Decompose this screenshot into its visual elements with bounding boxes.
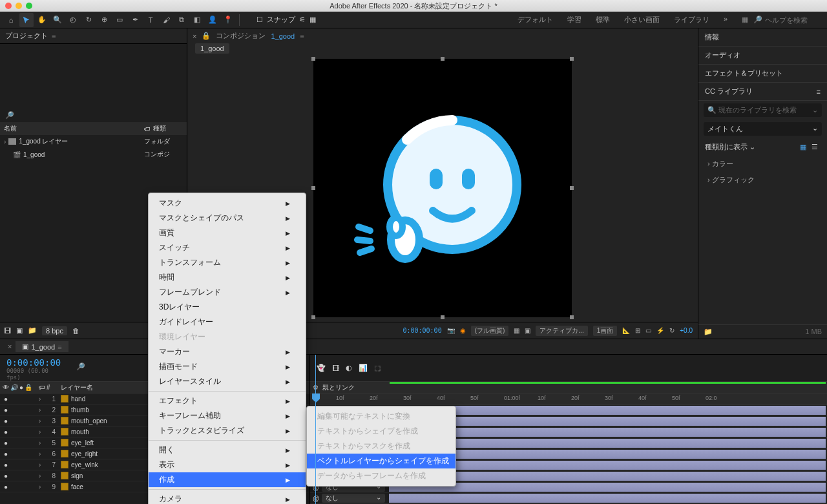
timeline-tab[interactable]: ▣ 1_good ≡: [16, 341, 68, 352]
layer-color-swatch[interactable]: [61, 472, 68, 479]
list-view-icon[interactable]: ☰: [811, 143, 821, 152]
visibility-toggle[interactable]: ●: [0, 472, 12, 479]
layer-color-swatch[interactable]: [61, 483, 68, 490]
close-timeline-icon[interactable]: ×: [4, 341, 16, 352]
help-search-input[interactable]: [765, 16, 823, 24]
expand-icon[interactable]: ›: [39, 439, 47, 446]
library-item-graphic[interactable]: › グラフィック: [698, 172, 827, 188]
views-dropdown[interactable]: 1画面: [593, 326, 618, 336]
transparency-icon[interactable]: ▦: [514, 327, 519, 334]
layer-color-swatch[interactable]: [61, 406, 68, 414]
menu-item[interactable]: 時間▶: [149, 270, 306, 285]
lock-col-icon[interactable]: 🔒: [25, 384, 32, 391]
layer-color-swatch[interactable]: [61, 417, 68, 425]
workspace-more-icon[interactable]: »: [724, 15, 728, 25]
viewer-time[interactable]: 0:00:00:00: [403, 327, 441, 334]
library-item-color[interactable]: › カラー: [698, 156, 827, 172]
comp-name-link[interactable]: 1_good: [271, 32, 295, 40]
grid-view-icon[interactable]: ▦: [800, 143, 809, 152]
refresh-icon[interactable]: ↻: [669, 327, 675, 334]
exposure-value[interactable]: +0.0: [680, 327, 693, 334]
quality-dropdown[interactable]: (フル画質): [471, 326, 509, 336]
menu-item[interactable]: 作成▶: [149, 472, 306, 487]
visibility-toggle[interactable]: ●: [0, 406, 12, 414]
cc-libraries-tab[interactable]: CC ライブラリ: [705, 87, 753, 96]
draft-3d-icon[interactable]: ⬚: [374, 364, 381, 372]
channels-icon[interactable]: ◉: [460, 327, 466, 334]
layer-color-swatch[interactable]: [61, 395, 68, 403]
menu-item[interactable]: マスクとシェイプのパス▶: [149, 211, 306, 226]
project-tab[interactable]: プロジェクト: [5, 31, 48, 41]
close-window-icon[interactable]: [5, 3, 12, 9]
brush-tool-icon[interactable]: 🖌: [159, 13, 173, 27]
menu-item[interactable]: キーフレーム補助▶: [149, 408, 306, 423]
layer-color-swatch[interactable]: [61, 428, 68, 436]
col-type[interactable]: 種類: [153, 124, 166, 133]
menu-item[interactable]: 表示▶: [149, 457, 306, 472]
workspace-learn[interactable]: 学習: [567, 15, 581, 25]
maximize-window-icon[interactable]: [26, 3, 32, 9]
minimize-window-icon[interactable]: [16, 3, 22, 9]
expand-icon[interactable]: ›: [39, 472, 47, 479]
expand-icon[interactable]: ›: [39, 395, 47, 403]
current-timecode[interactable]: 0:00:00:00: [6, 357, 65, 368]
track-row[interactable]: @なし⌄: [310, 493, 827, 504]
anchor-tool-icon[interactable]: ⊕: [97, 13, 111, 27]
expand-icon[interactable]: ›: [39, 406, 47, 414]
library-search[interactable]: 🔍 現在のライブラリを検索⌄: [704, 103, 822, 117]
shy-icon[interactable]: 👻: [317, 364, 326, 372]
menu-item[interactable]: カメラ▶: [149, 492, 306, 504]
menu-item[interactable]: 画質▶: [149, 226, 306, 240]
workspace-standard[interactable]: 標準: [596, 15, 610, 25]
layer-color-swatch[interactable]: [61, 439, 68, 446]
visibility-toggle[interactable]: ●: [0, 417, 12, 425]
pen-tool-icon[interactable]: ✒: [128, 13, 142, 27]
project-row-folder[interactable]: ›1_good レイヤー フォルダ: [0, 135, 187, 148]
pickwhip-icon[interactable]: @: [313, 495, 319, 502]
home-icon[interactable]: ⌂: [4, 13, 18, 27]
selection-tool-icon[interactable]: [19, 13, 34, 27]
graph-editor-icon[interactable]: 📊: [359, 364, 368, 372]
menu-item[interactable]: フレームブレンド▶: [149, 285, 306, 300]
layer-color-swatch[interactable]: [61, 450, 68, 457]
layer-duration-bar[interactable]: [389, 494, 826, 503]
expand-icon[interactable]: ›: [39, 417, 47, 425]
visibility-toggle[interactable]: ●: [0, 395, 12, 403]
menu-item[interactable]: スイッチ▶: [149, 240, 306, 255]
guides-icon[interactable]: 📐: [622, 327, 630, 334]
new-comp-icon[interactable]: ▣: [16, 326, 23, 335]
eraser-tool-icon[interactable]: ◧: [190, 13, 204, 27]
expand-icon[interactable]: ›: [39, 461, 47, 468]
expand-icon[interactable]: ›: [39, 483, 47, 490]
audio-col-icon[interactable]: 🔊: [10, 384, 18, 391]
menu-item[interactable]: エフェクト▶: [149, 394, 306, 408]
panel-menu-icon[interactable]: ≡: [817, 88, 821, 96]
snap-options-icon[interactable]: ⚟: [299, 16, 306, 24]
rotate-tool-icon[interactable]: ↻: [81, 13, 96, 27]
snapshot-icon[interactable]: 📷: [447, 327, 455, 334]
expand-icon[interactable]: ›: [39, 428, 47, 436]
parent-dropdown[interactable]: なし⌄: [322, 494, 385, 503]
menu-item[interactable]: トランスフォーム▶: [149, 255, 306, 270]
motion-blur-icon[interactable]: ◐: [346, 364, 352, 372]
fast-preview-icon[interactable]: ⚡: [656, 327, 664, 334]
trash-icon[interactable]: 🗑: [72, 327, 79, 335]
window-controls[interactable]: [5, 3, 32, 9]
pixel-aspect-icon[interactable]: ▭: [645, 327, 651, 334]
lock-icon[interactable]: 🔒: [202, 32, 211, 40]
menu-item[interactable]: マスク▶: [149, 196, 306, 211]
text-tool-icon[interactable]: T: [143, 13, 158, 27]
visibility-toggle[interactable]: ●: [0, 450, 12, 457]
info-panel-tab[interactable]: 情報: [698, 28, 827, 47]
menu-item[interactable]: マーカー▶: [149, 344, 306, 359]
submenu-item[interactable]: ベクトルレイヤーからシェイプを作成: [307, 454, 455, 468]
lib-folder-icon[interactable]: 📁: [704, 328, 713, 336]
hand-tool-icon[interactable]: ✋: [35, 13, 49, 27]
effects-panel-tab[interactable]: エフェクト＆プリセット: [698, 65, 827, 83]
visibility-toggle[interactable]: ●: [0, 439, 12, 446]
snap-grid-icon[interactable]: ▦: [309, 16, 316, 24]
workspace-library[interactable]: ライブラリ: [674, 15, 709, 25]
mask-icon[interactable]: ▣: [525, 327, 530, 334]
menu-item[interactable]: 描画モード▶: [149, 359, 306, 374]
workspace-small[interactable]: 小さい画面: [624, 15, 660, 25]
